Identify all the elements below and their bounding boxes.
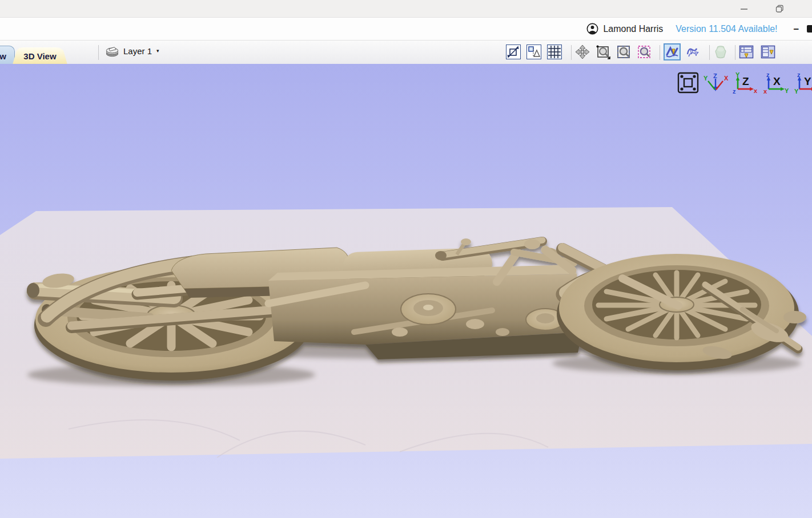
snap-grid-icon — [547, 44, 562, 59]
top-right-axis-label: x — [754, 87, 758, 94]
iso-y-label: Y — [704, 75, 708, 82]
pan-view-button[interactable] — [575, 44, 590, 59]
iso-x-label: X — [724, 75, 729, 82]
separator — [735, 45, 735, 60]
snap-grid-button[interactable] — [547, 44, 562, 59]
tab-3d-view[interactable]: 3D View — [13, 47, 67, 64]
preview-toolpaths-icon — [665, 44, 680, 59]
window-minimize-button[interactable] — [734, 0, 754, 17]
top-view-button[interactable]: Y x z Z — [732, 71, 759, 94]
3d-viewport[interactable]: Z Y X Y x z Z z — [0, 64, 812, 518]
side-corner-axis-label: x — [763, 88, 767, 94]
tab-2d-view[interactable]: w — [0, 46, 15, 64]
preview-toolpaths-button[interactable] — [665, 44, 680, 59]
zoom-to-drawing-icon — [506, 44, 521, 59]
panel-minimize-button[interactable]: – — [794, 26, 799, 32]
front-view-label: Y — [804, 75, 811, 87]
side-up-axis-label: z — [766, 71, 770, 78]
restore-icon — [775, 5, 784, 13]
3d-scene — [0, 64, 812, 518]
version-update-link[interactable]: Version 11.504 Available! — [676, 24, 777, 34]
front-corner-axis-label: Y — [794, 88, 799, 94]
pan-icon — [575, 44, 590, 59]
scale-view-button[interactable] — [526, 44, 541, 59]
window-layout-left-icon — [739, 44, 754, 59]
application-window: Lamond Harris Version 11.504 Available! … — [0, 0, 812, 518]
separator — [709, 45, 710, 60]
tab-2d-view-label: w — [0, 51, 6, 61]
user-account-button[interactable]: Lamond Harris — [586, 23, 663, 35]
zoom-selected-button[interactable] — [637, 44, 652, 59]
zoom-window-icon — [616, 44, 631, 59]
view-orientation-toolbar: Z Y X Y x z Z z — [677, 71, 812, 94]
window-layout-right-icon — [761, 44, 775, 59]
iso-z-label: Z — [713, 72, 717, 79]
layers-icon — [105, 44, 119, 58]
chevron-down-icon: ▾ — [156, 48, 159, 54]
side-view-button[interactable]: z Y x X — [763, 71, 790, 94]
zoom-box-button[interactable] — [596, 44, 610, 59]
zoom-box-icon — [596, 44, 610, 59]
view-tab-bar: w 3D View Layer 1 ▾ — [0, 40, 812, 64]
front-view-button[interactable]: z x Y Y — [794, 71, 812, 94]
scale-view-icon — [526, 44, 541, 59]
toolpath-drawing-button[interactable] — [685, 44, 700, 59]
window-restore-button[interactable] — [770, 0, 789, 17]
front-wheel — [557, 254, 799, 370]
front-up-axis-label: z — [797, 71, 801, 78]
toolpath-drawing-icon — [685, 44, 700, 59]
layer-dropdown[interactable]: Layer 1 ▾ — [105, 44, 159, 58]
user-bar: Lamond Harris Version 11.504 Available! … — [0, 18, 812, 40]
window-layout-left-button[interactable] — [739, 44, 754, 59]
side-view-label: X — [773, 75, 781, 87]
fit-to-view-button[interactable] — [677, 72, 699, 94]
separator — [660, 45, 660, 60]
solid-view-button[interactable] — [713, 44, 728, 59]
clipped-window-button[interactable] — [807, 25, 812, 33]
zoom-window-button[interactable] — [616, 44, 631, 59]
top-view-label: Z — [742, 75, 749, 87]
user-name: Lamond Harris — [603, 24, 663, 34]
separator — [98, 45, 99, 60]
window-layout-right-button[interactable] — [761, 44, 775, 59]
zoom-selected-icon — [637, 44, 652, 59]
user-avatar-icon — [586, 23, 598, 35]
top-corner-axis-label: z — [733, 88, 736, 94]
isometric-view-button[interactable]: Z Y X — [702, 71, 729, 94]
separator — [571, 45, 572, 60]
minimize-icon — [740, 5, 748, 13]
window-titlebar — [0, 0, 812, 18]
solid-view-icon — [713, 44, 728, 59]
tab-3d-view-label: 3D View — [23, 51, 56, 61]
zoom-to-drawing-button[interactable] — [506, 44, 521, 59]
side-right-axis-label: Y — [785, 87, 789, 94]
layer-label: Layer 1 — [123, 46, 152, 56]
